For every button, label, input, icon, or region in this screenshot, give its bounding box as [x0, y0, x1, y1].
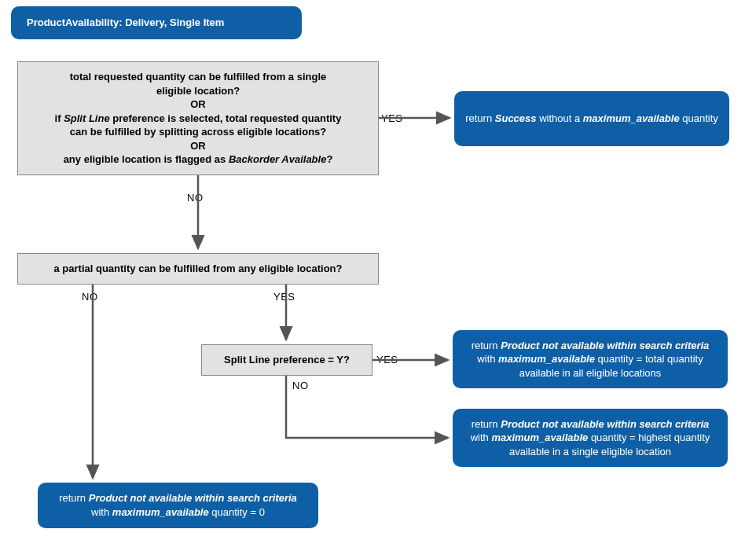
label-no-3: NO	[292, 380, 309, 391]
decision-partial-quantity: a partial quantity can be fulfilled from…	[17, 253, 379, 285]
label-yes-2: YES	[273, 291, 295, 303]
label-no-2: NO	[82, 291, 98, 303]
flowchart-title: ProductAvailability: Delivery, Single It…	[11, 6, 302, 39]
decision-fulfill-single-location: total requested quantity can be fulfille…	[17, 61, 379, 175]
result-success: return Success without a maximum_availab…	[454, 91, 729, 146]
label-no-1: NO	[187, 192, 204, 204]
decision-split-line-pref: Split Line preference = Y?	[201, 344, 372, 376]
label-yes-3: YES	[376, 354, 398, 366]
label-yes-1: YES	[381, 112, 403, 124]
title-text: ProductAvailability: Delivery, Single It…	[27, 16, 224, 30]
result-not-available-total: return Product not available within sear…	[453, 330, 728, 388]
result-not-available-highest: return Product not available within sear…	[453, 409, 728, 467]
result-not-available-zero: return Product not available within sear…	[38, 483, 318, 528]
